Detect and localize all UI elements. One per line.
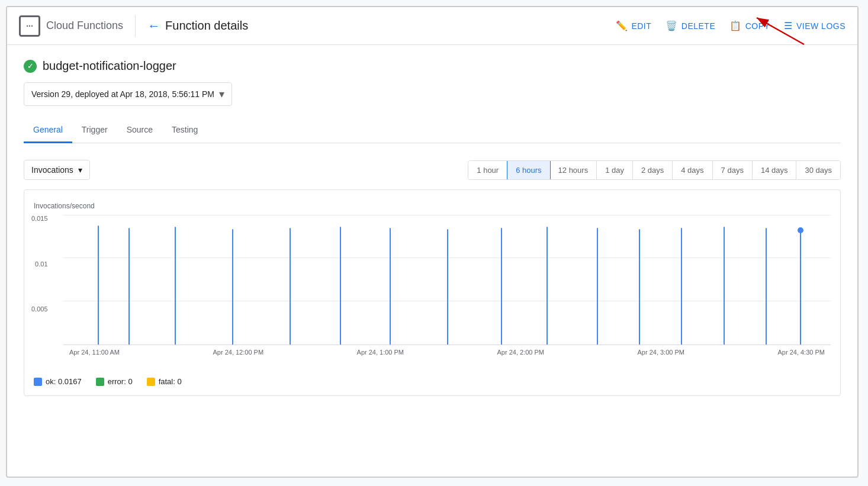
back-button[interactable]: ←: [147, 18, 160, 34]
legend-fatal-swatch: [147, 378, 155, 386]
x-label-2: Apr 24, 12:00 PM: [213, 349, 263, 356]
x-label-4: Apr 24, 2:00 PM: [497, 349, 545, 356]
logo-icon: ···: [19, 15, 40, 37]
page-title: Function details: [165, 19, 616, 33]
toolbar: ··· Cloud Functions ← Function details ✏…: [7, 7, 857, 45]
view-logs-button[interactable]: ☰ VIEW LOGS: [784, 20, 846, 31]
time-btn-4days[interactable]: 4 days: [673, 161, 712, 179]
spike-15: [800, 230, 801, 345]
chart-plot: [63, 215, 831, 345]
tab-trigger[interactable]: Trigger: [72, 118, 117, 143]
spike-3: [232, 229, 233, 345]
tab-testing[interactable]: Testing: [162, 118, 207, 143]
x-label-5: Apr 24, 3:00 PM: [637, 349, 684, 356]
tab-general[interactable]: General: [24, 118, 72, 143]
time-btn-12hours[interactable]: 12 hours: [550, 161, 597, 179]
spike-10: [597, 228, 598, 345]
spike-12: [681, 228, 682, 345]
spike-4: [290, 228, 291, 345]
x-label-1: Apr 24, 11:00 AM: [69, 349, 120, 356]
spike-0: [98, 226, 99, 345]
time-btn-2days[interactable]: 2 days: [633, 161, 673, 179]
tabs: General Trigger Source Testing: [24, 118, 841, 143]
time-btn-30days[interactable]: 30 days: [796, 161, 840, 179]
time-btn-1hour[interactable]: 1 hour: [468, 161, 507, 179]
x-label-6: Apr 24, 4:30 PM: [777, 349, 825, 356]
y-tick-0005: 0.005: [31, 305, 48, 313]
x-label-3: Apr 24, 1:00 PM: [357, 349, 404, 356]
legend-error: error: 0: [96, 377, 133, 386]
metric-dropdown[interactable]: Invocations ▾: [24, 160, 90, 180]
edit-button[interactable]: ✏️ EDIT: [616, 20, 651, 31]
legend-error-swatch: [96, 378, 104, 386]
spike-7: [447, 229, 448, 345]
grid-line-top: [63, 215, 831, 215]
status-check-icon: ✓: [24, 60, 37, 73]
chart-legend: ok: 0.0167 error: 0 fatal: 0: [34, 377, 831, 386]
spike-9: [546, 227, 548, 345]
metric-dropdown-arrow-icon: ▾: [78, 165, 82, 175]
time-range-buttons: 1 hour 6 hours 12 hours 1 day 2 days 4 d…: [468, 160, 841, 180]
chart-controls: Invocations ▾ 1 hour 6 hours 12 hours 1 …: [24, 160, 841, 180]
spike-5: [340, 227, 341, 345]
time-btn-6hours[interactable]: 6 hours: [507, 160, 550, 180]
y-axis-label: Invocations/second: [34, 202, 831, 210]
back-arrow-icon: ←: [147, 18, 160, 34]
y-tick-001: 0.01: [35, 260, 47, 268]
legend-ok-label: ok: 0.0167: [46, 377, 82, 386]
tab-source[interactable]: Source: [117, 118, 162, 143]
copy-icon: 📋: [729, 20, 742, 31]
legend-ok-swatch: [34, 378, 42, 386]
time-btn-7days[interactable]: 7 days: [713, 161, 753, 179]
time-btn-1day[interactable]: 1 day: [597, 161, 633, 179]
view-logs-icon: ☰: [784, 20, 793, 31]
main-content: ✓ budget-notification-logger Version 29,…: [7, 45, 857, 410]
spike-1: [128, 228, 130, 345]
chart-inner: 0.015 0.01 0.005 Apr 24, 11:00 AM Apr 24…: [63, 215, 831, 369]
app-name: Cloud Functions: [46, 20, 123, 32]
x-axis: Apr 24, 11:00 AM Apr 24, 12:00 PM Apr 24…: [63, 349, 831, 356]
copy-button[interactable]: 📋 COPY: [729, 20, 770, 31]
version-dropdown[interactable]: Version 29, deployed at Apr 18, 2018, 5:…: [24, 82, 232, 106]
spike-13: [724, 227, 725, 345]
y-axis: 0.015 0.01 0.005: [31, 215, 48, 369]
version-label: Version 29, deployed at Apr 18, 2018, 5:…: [31, 89, 214, 99]
function-name: budget-notification-logger: [43, 59, 176, 73]
metric-label: Invocations: [31, 165, 73, 175]
toolbar-actions: ✏️ EDIT 🗑️ DELETE 📋 COPY ☰ VIEW LOGS: [616, 20, 846, 31]
legend-fatal-label: fatal: 0: [159, 377, 182, 386]
spike-2: [175, 227, 176, 345]
delete-button[interactable]: 🗑️ DELETE: [666, 20, 715, 31]
app-logo: ··· Cloud Functions: [19, 15, 136, 37]
spike-14: [766, 228, 767, 345]
y-tick-0015: 0.015: [31, 215, 48, 222]
function-name-row: ✓ budget-notification-logger: [24, 59, 841, 73]
legend-error-label: error: 0: [108, 377, 133, 386]
chart-container: Invocations/second 0.015 0.01 0.005 Apr …: [24, 189, 841, 396]
edit-icon: ✏️: [616, 20, 628, 31]
spike-6: [390, 228, 391, 345]
spike-8: [501, 228, 502, 345]
legend-fatal: fatal: 0: [147, 377, 182, 386]
spike-11: [639, 229, 640, 345]
legend-ok: ok: 0.0167: [34, 377, 82, 386]
delete-icon: 🗑️: [666, 20, 678, 31]
spike-dot-15: [798, 227, 803, 233]
time-btn-14days[interactable]: 14 days: [753, 161, 797, 179]
dropdown-arrow-icon: ▾: [219, 88, 224, 101]
